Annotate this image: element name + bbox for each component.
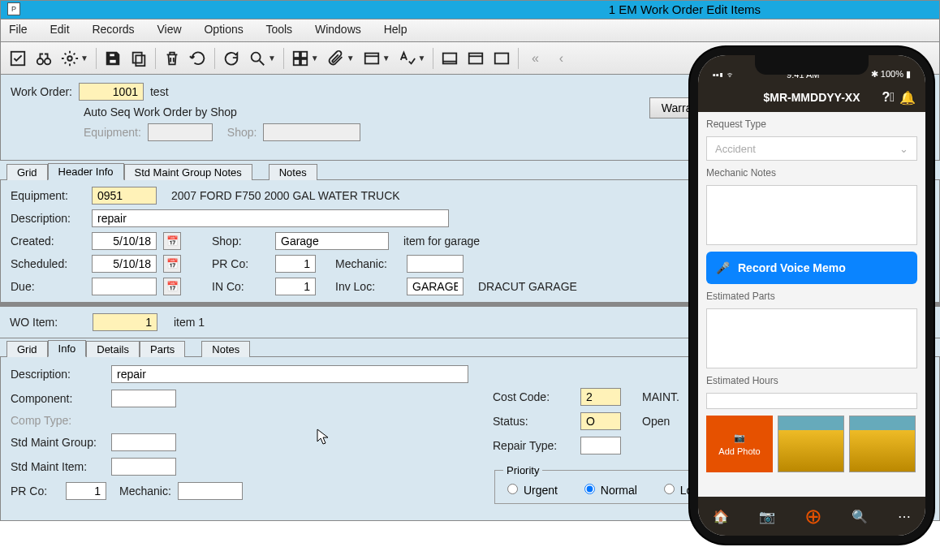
cost-code-input[interactable] [580, 388, 621, 406]
calendar-icon[interactable]: 📅 [163, 232, 181, 250]
status-desc: Open [642, 415, 670, 428]
svg-rect-13 [364, 53, 378, 63]
camera-nav-icon[interactable]: 📷 [759, 509, 775, 524]
record-voice-memo-button[interactable]: 🎤 Record Voice Memo [706, 252, 917, 284]
created-input[interactable] [92, 232, 157, 250]
photo-thumbnail[interactable] [778, 416, 844, 472]
tab-grid2[interactable]: Grid [6, 341, 48, 357]
svg-rect-11 [294, 58, 300, 64]
dropdown-arrow-icon[interactable]: ▼ [382, 54, 390, 62]
info-description-input[interactable] [111, 365, 468, 383]
checkbox-icon[interactable] [6, 46, 30, 71]
undo-icon[interactable] [186, 46, 210, 71]
std-item-label: Std Maint Item: [11, 460, 105, 473]
wo-item-label: WO Item: [10, 316, 84, 329]
search-icon[interactable] [245, 46, 269, 71]
home-icon[interactable]: 🏠 [713, 509, 729, 524]
component-input[interactable] [111, 390, 176, 407]
tab-notes2[interactable]: Notes [201, 341, 250, 357]
tab-parts[interactable]: Parts [140, 341, 185, 357]
svg-rect-16 [495, 53, 509, 63]
menu-edit[interactable]: Edit [50, 23, 69, 36]
equipment-input[interactable] [92, 187, 157, 205]
tab-info[interactable]: Info [48, 340, 87, 357]
status-input[interactable] [580, 412, 621, 430]
trash-icon[interactable] [160, 46, 184, 71]
wo-item-input[interactable] [93, 313, 157, 331]
gear-icon[interactable] [58, 46, 82, 71]
dropdown-arrow-icon[interactable]: ▼ [418, 54, 426, 62]
tab-header-info[interactable]: Header Info [48, 163, 124, 180]
est-parts-input[interactable] [706, 308, 917, 368]
help-icon[interactable]: ?⃝ [882, 90, 895, 105]
work-order-input[interactable] [79, 83, 144, 101]
maximize-icon[interactable] [489, 46, 514, 71]
calendar-icon[interactable]: 📅 [163, 255, 181, 273]
menu-tools[interactable]: Tools [265, 23, 292, 36]
spellcheck-icon[interactable] [395, 46, 420, 71]
menu-windows[interactable]: Windows [315, 23, 361, 36]
bell-icon[interactable]: 🔔 [899, 90, 916, 106]
dropdown-arrow-icon[interactable]: ▼ [311, 54, 319, 62]
calendar-icon[interactable]: 📅 [163, 278, 181, 295]
request-type-label: Request Type [706, 118, 917, 130]
restore-icon[interactable] [464, 46, 488, 71]
save-icon[interactable] [101, 46, 125, 71]
repair-type-input[interactable] [580, 437, 621, 454]
dropdown-arrow-icon[interactable]: ▼ [80, 54, 88, 62]
mechanic-input[interactable] [407, 255, 464, 273]
mechanic-notes-input[interactable] [706, 185, 917, 245]
info-prco-input[interactable] [66, 482, 106, 500]
tab-details[interactable]: Details [86, 341, 140, 357]
menu-help[interactable]: Help [384, 23, 407, 36]
info-mechanic-label: Mechanic: [119, 485, 171, 498]
invloc-input[interactable] [407, 278, 464, 295]
first-icon[interactable]: « [523, 46, 547, 71]
search-nav-icon[interactable]: 🔍 [852, 509, 868, 524]
grid-icon[interactable] [288, 46, 313, 71]
prev-icon[interactable]: ‹ [549, 46, 573, 71]
menu-file[interactable]: File [9, 23, 28, 36]
prco-input[interactable] [275, 255, 316, 273]
svg-point-2 [45, 58, 50, 64]
priority-urgent[interactable]: Urgent [503, 481, 558, 497]
priority-legend: Priority [503, 464, 542, 476]
binoculars-icon[interactable] [32, 46, 56, 71]
inco-input[interactable] [275, 278, 316, 295]
add-icon[interactable]: ⊕ [804, 504, 822, 529]
phone-body: Request Type Accident ⌄ Mechanic Notes 🎤… [698, 112, 925, 497]
scheduled-input[interactable] [92, 255, 157, 273]
std-item-input[interactable] [111, 458, 176, 476]
request-type-select[interactable]: Accident ⌄ [706, 136, 917, 161]
copy-icon[interactable] [127, 46, 151, 71]
svg-point-1 [37, 58, 43, 64]
description-input[interactable] [92, 209, 449, 227]
minimize-icon[interactable] [438, 46, 462, 71]
tab-std-maint-group-notes[interactable]: Std Maint Group Notes [124, 164, 252, 180]
shop-input[interactable] [275, 232, 389, 250]
tab-grid[interactable]: Grid [6, 164, 48, 180]
priority-normal[interactable]: Normal [580, 481, 637, 497]
std-group-label: Std Maint Group: [11, 436, 105, 449]
attachment-icon[interactable] [324, 46, 348, 71]
more-icon[interactable]: ⋯ [898, 509, 911, 524]
refresh-icon[interactable] [219, 46, 244, 71]
comp-type-label: Comp Type: [11, 414, 105, 427]
info-description-label: Description: [11, 368, 105, 381]
dropdown-arrow-icon[interactable]: ▼ [268, 54, 276, 62]
est-hours-input[interactable] [706, 393, 917, 409]
tab-notes[interactable]: Notes [269, 164, 317, 180]
info-mechanic-input[interactable] [178, 482, 243, 500]
menu-records[interactable]: Records [92, 23, 134, 36]
add-photo-button[interactable]: 📷 Add Photo [706, 416, 773, 472]
phone-header: $MR-MMDDYY-XX ?⃝ 🔔 [698, 83, 925, 112]
chevron-down-icon: ⌄ [899, 143, 908, 155]
photo-thumbnail[interactable] [849, 416, 916, 472]
dropdown-arrow-icon[interactable]: ▼ [347, 54, 355, 62]
invloc-label: Inv Loc: [335, 280, 400, 293]
menu-options[interactable]: Options [204, 23, 243, 36]
std-group-input[interactable] [111, 433, 176, 451]
window-icon[interactable] [360, 46, 384, 71]
due-input[interactable] [92, 278, 157, 295]
menu-view[interactable]: View [157, 23, 182, 36]
